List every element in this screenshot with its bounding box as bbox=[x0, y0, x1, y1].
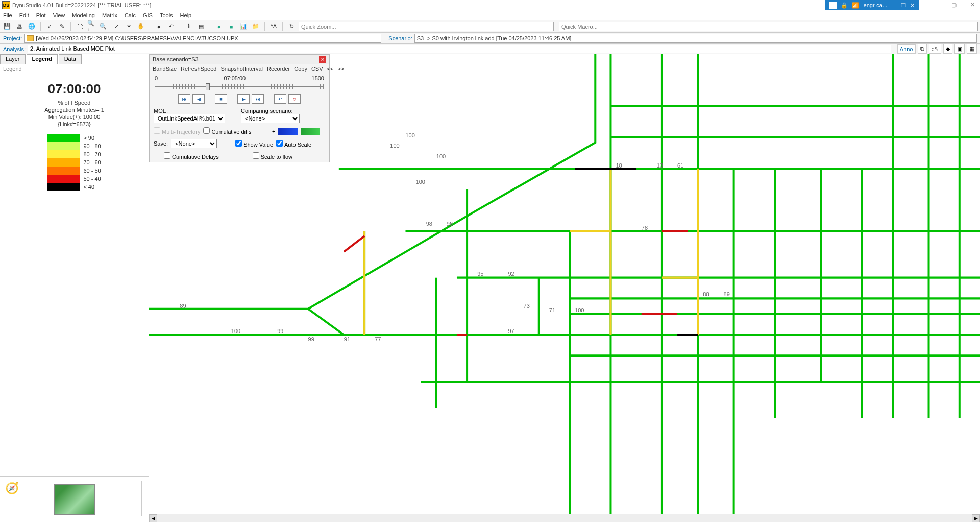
menu-file[interactable]: File bbox=[3, 12, 12, 18]
menu-tools[interactable]: Tools bbox=[160, 12, 173, 18]
target-icon[interactable]: ▣ bbox=[954, 44, 965, 54]
pause-icon[interactable]: ■ bbox=[226, 22, 236, 31]
svg-text:100: 100 bbox=[390, 143, 399, 149]
arrows-icon[interactable]: ↕↖ bbox=[929, 44, 942, 54]
project-field[interactable]: [Wed 04/26/2023 02:54:29 PM] C:\USERS\PR… bbox=[24, 34, 381, 43]
system-remote-tab[interactable]: 🔒 📶 engr-ca... — ❐ ✕ bbox=[825, 0, 919, 10]
pm-csv[interactable]: CSV bbox=[311, 66, 323, 72]
comp-select[interactable]: <None> bbox=[241, 114, 300, 123]
scroll-right-icon[interactable]: ▶ bbox=[972, 514, 980, 522]
analysis-field[interactable]: 2. Animated Link Based MOE Plot bbox=[28, 45, 891, 53]
slider-thumb[interactable] bbox=[206, 83, 210, 90]
panel-close-button[interactable]: ✕ bbox=[319, 56, 326, 63]
cum-diffs-check[interactable]: Cumulative diffs bbox=[203, 127, 251, 135]
scale-swatch bbox=[47, 142, 80, 150]
grid-icon[interactable]: ▦ bbox=[967, 44, 977, 54]
sidebar-tabs: Layer Legend Data bbox=[0, 54, 149, 64]
compass-icon: 🧭 bbox=[5, 482, 19, 495]
zoom-fit-icon[interactable]: ⤢ bbox=[111, 22, 121, 31]
cum-delays-check[interactable]: Cumulative Delays bbox=[164, 152, 219, 160]
svg-text:98: 98 bbox=[426, 221, 432, 227]
pan-icon[interactable]: ✋ bbox=[136, 22, 146, 31]
scale-row: 50 - 40 bbox=[47, 175, 101, 183]
loop-button[interactable]: ↻ bbox=[288, 94, 301, 104]
legend-pct: % of FSpeed bbox=[58, 100, 91, 106]
text-icon[interactable]: ᴬA bbox=[268, 22, 279, 31]
sys-restore-icon[interactable]: ❐ bbox=[901, 2, 906, 9]
zoom-out-icon[interactable]: 🔍- bbox=[99, 22, 109, 31]
minimap-slider[interactable] bbox=[141, 481, 142, 516]
menu-gis[interactable]: GIS bbox=[143, 12, 153, 18]
forward-button[interactable]: ⏭ bbox=[252, 94, 264, 104]
anno-button[interactable]: Anno bbox=[897, 44, 916, 54]
folder-icon[interactable]: 📁 bbox=[251, 22, 261, 31]
zoom-area-icon[interactable]: ⛶ bbox=[75, 22, 85, 31]
svg-text:100: 100 bbox=[416, 179, 425, 185]
menu-matrix[interactable]: Matrix bbox=[102, 12, 117, 18]
layers-icon[interactable]: ⧉ bbox=[918, 44, 927, 54]
svg-text:100: 100 bbox=[575, 307, 584, 313]
chart-icon[interactable]: 📊 bbox=[238, 22, 249, 31]
menu-modeling[interactable]: Modeling bbox=[72, 12, 95, 18]
pm-prev[interactable]: << bbox=[327, 66, 334, 72]
time-slider[interactable] bbox=[155, 82, 324, 92]
maximize-icon[interactable]: ▢ bbox=[948, 2, 960, 9]
tab-legend[interactable]: Legend bbox=[27, 54, 58, 64]
zoom-full-icon[interactable]: ✶ bbox=[124, 22, 134, 31]
run-icon[interactable]: ● bbox=[214, 22, 224, 31]
refresh-icon[interactable]: ↻ bbox=[286, 22, 297, 31]
window-icon bbox=[829, 2, 837, 9]
menu-help[interactable]: Help bbox=[180, 12, 192, 18]
pm-copy[interactable]: Copy bbox=[294, 66, 307, 72]
moe-select[interactable]: OutLinkSpeedAll%.b01 bbox=[154, 114, 225, 123]
pm-snapshot[interactable]: SnapshotInterval bbox=[220, 66, 263, 72]
menu-view[interactable]: View bbox=[53, 12, 65, 18]
scale-flow-check[interactable]: Scale to flow bbox=[253, 152, 292, 160]
minimize-icon[interactable]: — bbox=[930, 2, 941, 9]
auto-scale-check[interactable]: Auto Scale bbox=[276, 140, 311, 148]
loop-back-button[interactable]: ↶ bbox=[274, 94, 286, 104]
multi-traj-check[interactable]: Multi-Trajectory bbox=[154, 127, 200, 135]
menu-edit[interactable]: Edit bbox=[19, 12, 29, 18]
tab-data[interactable]: Data bbox=[59, 54, 82, 64]
save-select[interactable]: <None> bbox=[171, 139, 217, 148]
diamond-icon[interactable]: ◆ bbox=[943, 44, 952, 54]
horizontal-scrollbar[interactable]: ◀ ▶ bbox=[149, 514, 980, 522]
menu-plot[interactable]: Plot bbox=[36, 12, 46, 18]
pm-refreshspeed[interactable]: RefreshSpeed bbox=[181, 66, 216, 72]
zoom-in-icon[interactable]: 🔍+ bbox=[87, 22, 97, 31]
globe-icon[interactable]: 🌐 bbox=[27, 22, 37, 31]
legend-icon[interactable]: ▤ bbox=[196, 22, 206, 31]
svg-text:77: 77 bbox=[375, 336, 381, 342]
close-icon[interactable]: ✕ bbox=[967, 2, 978, 9]
sys-close-icon[interactable]: ✕ bbox=[910, 2, 915, 9]
draw-icon[interactable]: ✎ bbox=[57, 22, 67, 31]
svg-text:88: 88 bbox=[703, 291, 709, 297]
sys-min-icon[interactable]: — bbox=[891, 2, 897, 8]
quick-macro-input[interactable] bbox=[559, 22, 978, 31]
svg-text:99: 99 bbox=[308, 336, 314, 342]
menu-calc[interactable]: Calc bbox=[125, 12, 136, 18]
minimap[interactable]: 🧭 bbox=[0, 476, 149, 522]
select-icon[interactable]: ✓ bbox=[44, 22, 55, 31]
pm-next[interactable]: >> bbox=[337, 66, 344, 72]
save-icon[interactable]: 💾 bbox=[2, 22, 12, 31]
signal-icon: 📶 bbox=[852, 2, 860, 9]
tab-layer[interactable]: Layer bbox=[0, 54, 26, 64]
quick-zoom-input[interactable] bbox=[299, 22, 554, 31]
print-icon[interactable]: 🖶 bbox=[14, 22, 24, 31]
step-fwd-button[interactable]: ▶ bbox=[237, 94, 250, 104]
scenario-field[interactable]: S3 -> S0 with Irvington link add [Tue 04… bbox=[414, 34, 977, 43]
svg-text:100: 100 bbox=[231, 327, 240, 334]
map-canvas[interactable]: Base scenario=S3 ✕ BandSize RefreshSpeed… bbox=[149, 54, 980, 522]
dot-icon[interactable]: ● bbox=[154, 22, 164, 31]
stop-button[interactable]: ■ bbox=[215, 94, 227, 104]
rewind-button[interactable]: ⏮ bbox=[178, 94, 190, 104]
show-value-check[interactable]: Show Value bbox=[235, 140, 273, 148]
pm-recorder[interactable]: Recorder bbox=[267, 66, 290, 72]
info-icon[interactable]: ℹ bbox=[184, 22, 194, 31]
undo-icon[interactable]: ↶ bbox=[166, 22, 176, 31]
scroll-left-icon[interactable]: ◀ bbox=[149, 514, 157, 522]
pm-bandsize[interactable]: BandSize bbox=[153, 66, 177, 72]
step-back-button[interactable]: ◀ bbox=[192, 94, 205, 104]
